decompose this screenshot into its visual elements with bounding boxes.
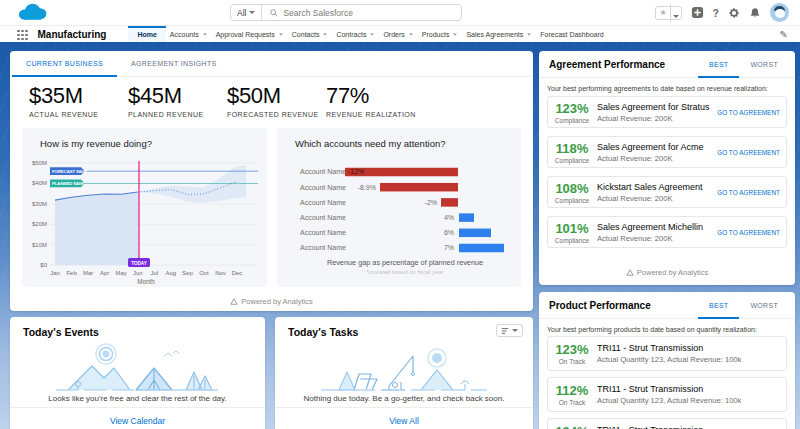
nav-tab-contracts[interactable]: Contracts xyxy=(332,26,379,42)
kpi-planned-revenue: $45MPLANNED REVENUE xyxy=(128,83,227,125)
nav-tab-forecast-dashboard[interactable]: Forecast Dashboard xyxy=(536,26,607,42)
bar xyxy=(459,213,474,222)
y-tick-label: $10M xyxy=(32,242,47,248)
performance-row: 118%ComplianceSales Agreement for AcmeAc… xyxy=(547,136,787,168)
search-icon xyxy=(270,9,278,17)
app-navbar: Manufacturing HomeAccountsApproval Reque… xyxy=(0,25,800,42)
today-badge-label: TODAY xyxy=(131,261,147,266)
revenue-line-chart: $0$10M$20M$30M$40M$50MJanFebMarAprMayJun… xyxy=(26,154,262,286)
go-to-agreement-link[interactable]: GO TO AGREEMENT xyxy=(717,109,780,116)
view-all-link[interactable]: View All xyxy=(275,416,533,426)
salesforce-logo-icon[interactable] xyxy=(16,2,48,23)
tab-worst[interactable]: WORST xyxy=(739,292,789,318)
y-tick-label: $40M xyxy=(32,180,47,186)
performance-info: Sales Agreement for AcmeActual Revenue: … xyxy=(592,142,714,163)
y-tick-label: $30M xyxy=(32,201,47,207)
x-tick-label: Nov xyxy=(215,270,226,276)
events-title: Today's Events xyxy=(10,317,265,338)
nav-tab-home[interactable]: Home xyxy=(128,26,165,42)
tab-worst[interactable]: WORST xyxy=(739,51,789,77)
performance-row: 108%ComplianceKickstart Sales AgreementA… xyxy=(547,176,787,208)
search-scope-label: All xyxy=(237,8,246,18)
powered-by-analytics: Powered by Analytics xyxy=(10,297,533,306)
kpi-label: FORECASTED REVENUE xyxy=(227,111,326,118)
help-icon[interactable]: ? xyxy=(713,7,719,19)
performance-row: 123%ComplianceSales Agreement for Stratu… xyxy=(547,96,787,128)
nav-tab-label: Approval Requests xyxy=(216,31,275,38)
x-tick-label: May xyxy=(116,270,127,276)
performance-info: TRI11 - Strut TransmissionActual Quantit… xyxy=(592,425,782,429)
nav-tab-products[interactable]: Products xyxy=(418,26,463,42)
notifications-bell-icon[interactable] xyxy=(749,7,761,19)
actual-revenue-area xyxy=(55,192,139,265)
bar-value-label: 6% xyxy=(444,229,454,236)
x-tick-label: Jul xyxy=(150,270,158,276)
performance-name: TRI11 - Strut Transmission xyxy=(597,425,782,429)
nav-tab-orders[interactable]: Orders xyxy=(379,26,417,42)
performance-row: 104%On TrackTRI11 - Strut TransmissionAc… xyxy=(547,418,787,429)
tab-agreement-insights[interactable]: AGREEMENT INSIGHTS xyxy=(117,51,231,76)
chevron-down-icon xyxy=(249,11,255,14)
user-avatar[interactable] xyxy=(770,3,789,22)
tab-current-business[interactable]: CURRENT BUSINESS xyxy=(12,51,117,76)
agreement-performance-card: Agreement Performance BESTWORST Your bes… xyxy=(539,51,795,285)
kpi-value: 77% xyxy=(326,83,425,109)
performance-detail: Actual Quantity 123, Actual Revenue: 100… xyxy=(597,355,782,364)
edit-pencil-icon[interactable]: ✎ xyxy=(780,29,788,40)
performance-detail: Actual Quantity 123, Actual Revenue: 100… xyxy=(597,396,782,405)
performance-percent: 104% xyxy=(552,424,592,429)
x-tick-label: Jun xyxy=(133,270,143,276)
app-name: Manufacturing xyxy=(38,29,107,42)
performance-overview-card: CURRENT BUSINESSAGREEMENT INSIGHTS $35MA… xyxy=(10,51,533,311)
search-input[interactable]: Search Salesforce xyxy=(262,8,461,18)
sort-icon xyxy=(501,327,509,335)
nav-tab-label: Sales Agreements xyxy=(466,31,523,38)
go-to-agreement-link[interactable]: GO TO AGREEMENT xyxy=(717,189,780,196)
chevron-down-icon xyxy=(371,33,375,35)
performance-info: Sales Agreement MichellinActual Revenue:… xyxy=(592,222,714,243)
app-launcher-waffle-icon[interactable] xyxy=(17,30,28,43)
global-actions-button[interactable] xyxy=(691,6,704,19)
chevron-down-icon xyxy=(203,33,207,35)
performance-row: 101%ComplianceSales Agreement MichellinA… xyxy=(547,216,787,248)
agreement-subtitle: Your best performing agreements to date … xyxy=(539,78,795,92)
y-tick-label: $50M xyxy=(32,160,47,166)
bar-category-label: Account Name xyxy=(300,184,346,191)
performance-name: Sales Agreement Michellin xyxy=(597,222,714,232)
tab-best[interactable]: BEST xyxy=(698,51,739,77)
performance-info: TRI11 - Strut TransmissionActual Quantit… xyxy=(592,343,782,364)
go-to-agreement-link[interactable]: GO TO AGREEMENT xyxy=(717,229,780,236)
analytics-icon xyxy=(626,269,634,276)
performance-detail: Actual Revenue: 200K xyxy=(597,234,714,243)
view-calendar-link[interactable]: View Calendar xyxy=(10,416,265,426)
agreement-performance-title: Agreement Performance xyxy=(549,59,665,70)
x-tick-label: Aug xyxy=(166,270,177,276)
bar-value-label: 4% xyxy=(444,214,454,221)
performance-detail: Actual Revenue: 200K xyxy=(597,114,714,123)
x-tick-label: Mar xyxy=(83,270,93,276)
performance-percent-label: On Track xyxy=(552,399,592,406)
accounts-chart-panel: Which accounts need my attention? Accoun… xyxy=(277,128,521,287)
go-to-agreement-link[interactable]: GO TO AGREEMENT xyxy=(717,149,780,156)
kpi-value: $45M xyxy=(128,83,227,109)
search-scope-dropdown[interactable]: All xyxy=(231,5,262,20)
tab-best[interactable]: BEST xyxy=(698,292,739,318)
nav-tab-accounts[interactable]: Accounts xyxy=(166,26,212,42)
performance-name: Sales Agreement for Stratus xyxy=(597,102,714,112)
kpi-label: PLANNED REVENUE xyxy=(128,111,227,118)
setup-gear-icon[interactable] xyxy=(728,7,740,19)
search-placeholder: Search Salesforce xyxy=(283,8,352,18)
nav-tab-label: Accounts xyxy=(170,31,199,38)
nav-tab-contacts[interactable]: Contacts xyxy=(288,26,333,42)
nav-tab-sales-agreements[interactable]: Sales Agreements xyxy=(462,26,536,42)
nav-tab-approval-requests[interactable]: Approval Requests xyxy=(212,26,288,42)
performance-name: TRI11 - Strut Transmission xyxy=(597,384,782,394)
tasks-sort-button[interactable] xyxy=(496,324,523,337)
reference-badge-label: PLANNED $40M xyxy=(52,181,84,186)
favorites-button[interactable]: ★ xyxy=(655,6,681,20)
tasks-empty-message: Nothing due today. Be a go-getter, and c… xyxy=(275,394,533,403)
powered-by-analytics: Powered by Analytics xyxy=(539,268,795,277)
agreement-tabs: BESTWORST xyxy=(698,51,789,77)
product-tabs: BESTWORST xyxy=(698,292,789,318)
salesforce-home-page: All Search Salesforce ★ ? Manufacturing … xyxy=(0,0,800,429)
